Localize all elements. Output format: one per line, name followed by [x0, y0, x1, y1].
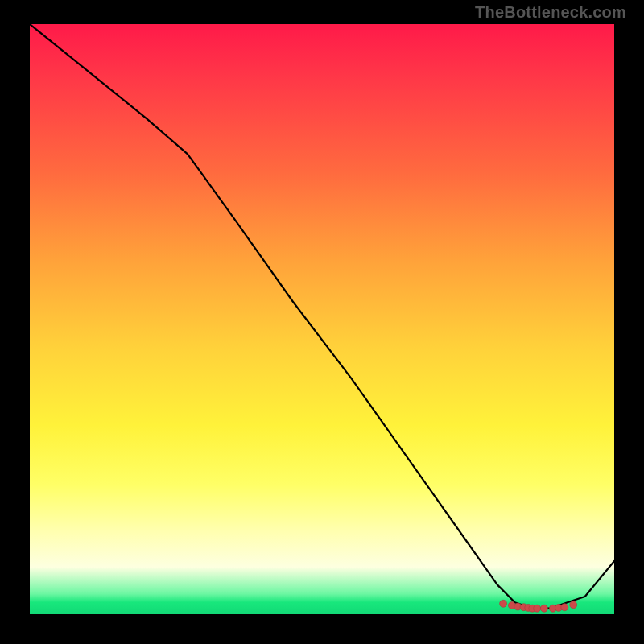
highlight-dot — [534, 605, 541, 612]
highlight-dot — [570, 601, 577, 609]
highlight-dot — [540, 605, 547, 612]
plot-area — [30, 24, 614, 614]
highlight-dot — [561, 604, 568, 611]
attribution-text: TheBottleneck.com — [475, 3, 626, 22]
highlight-dots — [500, 600, 577, 612]
data-curve — [30, 24, 614, 609]
chart-overlay — [30, 24, 614, 614]
chart-container: TheBottleneck.com — [0, 0, 644, 644]
highlight-dot — [500, 600, 507, 607]
